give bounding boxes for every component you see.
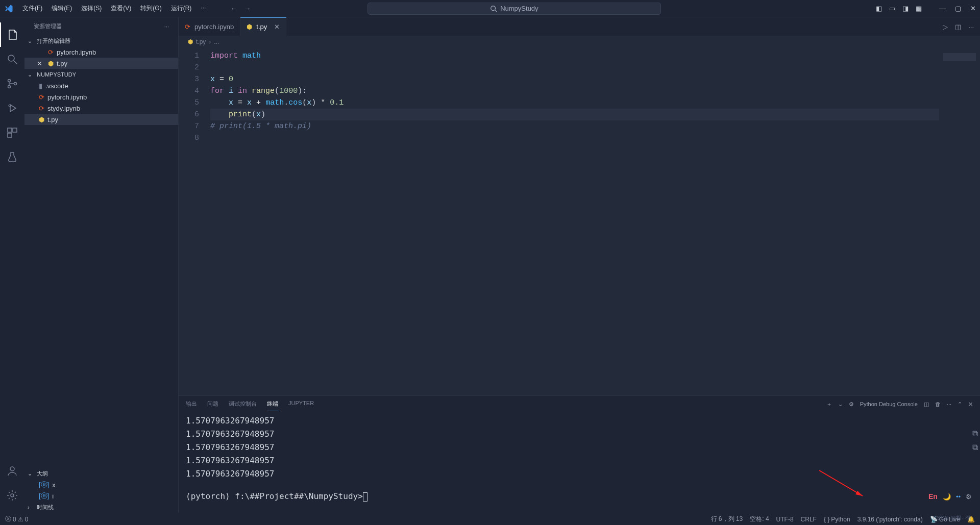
- window-maximize-icon[interactable]: ▢: [955, 5, 961, 12]
- file-label: .vscode: [45, 82, 68, 90]
- timeline-header[interactable]: › 时间线: [24, 502, 178, 513]
- nav-back-icon[interactable]: ←: [230, 5, 237, 12]
- variable-icon: [ⓔ]: [39, 480, 49, 489]
- menu-go[interactable]: 转到(G): [136, 2, 165, 15]
- panel-tab[interactable]: 输出: [186, 397, 197, 411]
- menu-selection[interactable]: 选择(S): [77, 2, 106, 15]
- tab-actions: ▷ ◫ ···: [943, 17, 980, 36]
- activity-search[interactable]: [0, 47, 24, 71]
- menu-view[interactable]: 查看(V): [107, 2, 135, 15]
- svg-line-1: [495, 10, 497, 12]
- menu-file[interactable]: 文件(F): [18, 2, 46, 15]
- trash-icon[interactable]: 🗑: [935, 401, 941, 407]
- svg-line-3: [14, 61, 17, 64]
- editor[interactable]: 12345678 import mathx = 0for i in range(…: [179, 48, 980, 395]
- chevron-up-icon[interactable]: ⌃: [958, 401, 962, 408]
- layout-sidebar-left-icon[interactable]: ◧: [876, 5, 882, 12]
- editor-tab[interactable]: ⟳pytorch.ipynb: [179, 17, 240, 36]
- split-editor-icon[interactable]: ◫: [955, 23, 961, 31]
- ime-dots-icon[interactable]: ••: [956, 493, 961, 501]
- chevron-down-icon[interactable]: ⌄: [838, 401, 843, 408]
- editor-tab[interactable]: ⬢t.py✕: [240, 17, 286, 36]
- activity-testing[interactable]: [0, 145, 24, 169]
- outline-header[interactable]: ⌄ 大纲: [24, 468, 178, 479]
- panel-actions: ＋ ⌄ ⚙ Python Debug Console ◫ 🗑 ··· ⌃ ✕: [826, 401, 973, 408]
- activity-scm[interactable]: [0, 71, 24, 96]
- breadcrumb[interactable]: ⬢ t.py › ...: [179, 36, 980, 48]
- workspace-item[interactable]: ⟳pytorch.ipynb: [24, 91, 178, 103]
- workspace-item[interactable]: ▮.vscode: [24, 80, 178, 91]
- symbol-label: i: [52, 492, 54, 500]
- side-icon-1[interactable]: ⧉: [972, 429, 978, 438]
- status-cursor[interactable]: 行 6，列 13: [711, 515, 743, 523]
- panel-tab[interactable]: 调试控制台: [229, 397, 257, 411]
- moon-icon[interactable]: 🌙: [943, 493, 951, 501]
- menu-edit[interactable]: 编辑(E): [47, 2, 76, 15]
- svg-point-2: [8, 55, 14, 61]
- close-panel-icon[interactable]: ✕: [968, 401, 973, 408]
- panel-tab[interactable]: JUPYTER: [288, 397, 314, 411]
- terminal-prompt: (pytorch) f:\##Project##\NumpyStudy>: [186, 491, 363, 501]
- chevron-down-icon: ⌄: [28, 38, 35, 44]
- open-editor-item[interactable]: ⟳pytorch.ipynb: [24, 46, 178, 58]
- outline-item[interactable]: [ⓔ]x: [24, 479, 178, 490]
- split-icon[interactable]: ◫: [924, 401, 929, 408]
- activity-settings[interactable]: [0, 483, 24, 508]
- menu-run[interactable]: 运行(R): [167, 2, 196, 15]
- terminal[interactable]: 1.57079632679489571.57079632679489571.57…: [179, 412, 980, 513]
- terminal-label: Python Debug Console: [860, 401, 918, 407]
- open-editor-item[interactable]: ✕⬢t.py: [24, 58, 178, 69]
- layout-panel-icon[interactable]: ▭: [889, 5, 895, 12]
- svg-point-0: [491, 6, 496, 10]
- ime-lang[interactable]: En: [928, 492, 938, 501]
- activity-extensions[interactable]: [0, 120, 24, 145]
- panel-tabs: 输出问题调试控制台终端JUPYTER ＋ ⌄ ⚙ Python Debug Co…: [179, 396, 980, 412]
- terminal-output-line: 1.5707963267948957: [186, 441, 973, 454]
- file-label: t.py: [57, 60, 67, 67]
- panel-tab[interactable]: 终端: [267, 397, 278, 411]
- workspace-item[interactable]: ⟳stydy.ipynb: [24, 103, 178, 114]
- main: 资源管理器 ··· ⌄ 打开的编辑器 ⟳pytorch.ipynb✕⬢t.py …: [0, 17, 980, 513]
- command-center[interactable]: NumpyStudy: [368, 3, 661, 15]
- tab-more-icon[interactable]: ···: [968, 23, 974, 31]
- ime-settings-icon[interactable]: ⚙: [966, 493, 972, 501]
- python-icon: ⬢: [48, 60, 54, 67]
- close-icon[interactable]: ✕: [274, 23, 280, 31]
- editor-group: ⟳pytorch.ipynb⬢t.py✕ ▷ ◫ ··· ⬢ t.py › ..…: [179, 17, 980, 513]
- code-content[interactable]: import mathx = 0for i in range(1000): x …: [210, 50, 939, 395]
- workspace-item[interactable]: ⬢t.py: [24, 114, 178, 125]
- terminal-new-icon[interactable]: ＋: [826, 401, 832, 408]
- window-minimize-icon[interactable]: —: [939, 5, 946, 12]
- svg-rect-9: [13, 128, 17, 132]
- side-icon-2[interactable]: ⧉: [972, 442, 978, 452]
- ime-toolbar[interactable]: En 🌙 •• ⚙: [925, 490, 975, 503]
- open-editors-header[interactable]: ⌄ 打开的编辑器: [24, 35, 178, 46]
- titlebar: 文件(F) 编辑(E) 选择(S) 查看(V) 转到(G) 运行(R) ··· …: [0, 0, 980, 17]
- close-icon[interactable]: ✕: [36, 60, 43, 67]
- activity-account[interactable]: [0, 459, 24, 483]
- minimap[interactable]: [939, 50, 980, 395]
- window-close-icon[interactable]: ✕: [970, 5, 976, 12]
- file-label: t.py: [47, 116, 58, 123]
- workspace-header[interactable]: ⌄ NUMPYSTUDY: [24, 69, 178, 80]
- run-icon[interactable]: ▷: [943, 23, 948, 31]
- jupyter-icon: ⟳: [185, 23, 190, 31]
- status-spaces[interactable]: 空格: 4: [750, 515, 769, 523]
- open-editors-label: 打开的编辑器: [37, 37, 70, 45]
- command-center-text: NumpyStudy: [500, 5, 538, 12]
- layout-customize-icon[interactable]: ▦: [916, 5, 922, 12]
- status-interpreter[interactable]: 3.9.16 ('pytorch': conda): [857, 516, 923, 523]
- status-errors[interactable]: ⓧ 0 ⚠ 0: [5, 515, 28, 523]
- layout-sidebar-right-icon[interactable]: ◨: [902, 5, 909, 12]
- outline-item[interactable]: [ⓔ]i: [24, 490, 178, 502]
- more-icon[interactable]: ···: [947, 401, 951, 407]
- nav-forward-icon[interactable]: →: [244, 5, 251, 12]
- status-encoding[interactable]: UTF-8: [776, 516, 794, 523]
- menu-more[interactable]: ···: [197, 2, 210, 15]
- activity-debug[interactable]: [0, 96, 24, 120]
- status-eol[interactable]: CRLF: [801, 516, 817, 523]
- sidebar-more-icon[interactable]: ···: [164, 23, 169, 30]
- activity-explorer[interactable]: [0, 22, 24, 47]
- status-lang[interactable]: { } Python: [824, 516, 850, 523]
- panel-tab[interactable]: 问题: [207, 397, 218, 411]
